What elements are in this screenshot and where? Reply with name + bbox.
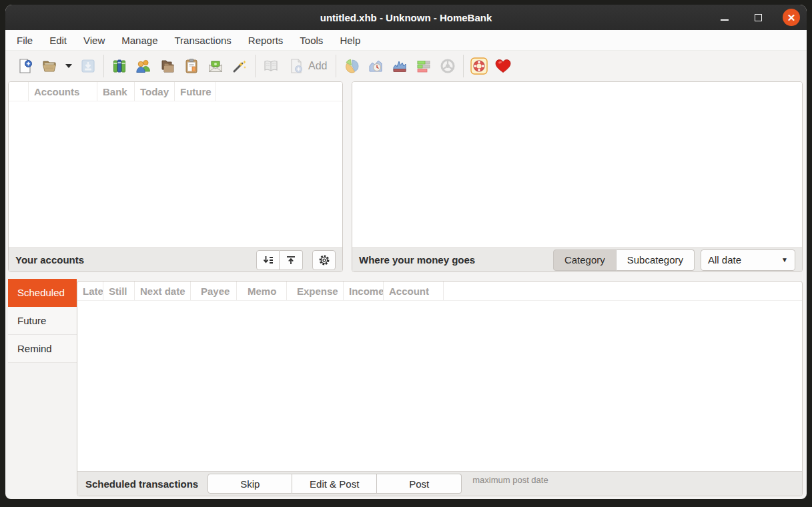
sched-col-income[interactable]: Income	[344, 282, 384, 300]
collapse-all-button[interactable]	[280, 250, 303, 270]
scheduled-table-panel: Late Still Next date Payee Memo Expense …	[77, 281, 803, 496]
scheduled-transactions-list[interactable]	[77, 301, 802, 471]
menubar: File Edit View Manage Transactions Repor…	[5, 30, 807, 51]
manage-categories-button[interactable]	[155, 53, 179, 79]
accounts-list[interactable]: Accounts Bank Today Future	[9, 82, 342, 247]
accounts-columns-header: Accounts Bank Today Future	[9, 82, 342, 101]
manage-accounts-button[interactable]	[107, 53, 131, 79]
close-button[interactable]: ✕	[783, 9, 800, 26]
accounts-col-future[interactable]: Future	[175, 82, 216, 101]
toolbar-separator	[463, 55, 464, 77]
minimize-button[interactable]	[716, 9, 733, 26]
toolbar: Add	[5, 51, 807, 81]
sched-col-still[interactable]: Still	[103, 282, 135, 300]
accounts-col-bank[interactable]: Bank	[97, 82, 135, 101]
edit-post-button[interactable]: Edit & Post	[292, 474, 377, 494]
scheduled-footer: Scheduled transactions Skip Edit & Post …	[77, 471, 802, 496]
statistics-report-button[interactable]	[340, 53, 364, 79]
toolbar-separator	[255, 55, 256, 77]
accounts-footer: Your accounts	[9, 247, 342, 272]
scheduled-section: Scheduled Future Remind Late Still Next …	[5, 275, 807, 499]
maximize-button[interactable]	[749, 9, 767, 26]
sched-col-late[interactable]: Late	[77, 282, 103, 300]
support-button[interactable]	[467, 53, 491, 79]
minimize-icon	[721, 19, 729, 21]
category-toggle[interactable]: Category	[553, 249, 617, 271]
new-file-button[interactable]	[13, 53, 37, 79]
menu-manage[interactable]: Manage	[115, 30, 163, 50]
accounts-col-accounts[interactable]: Accounts	[29, 82, 97, 101]
trend-time-report-button[interactable]	[364, 53, 388, 79]
max-post-date-note: maximum post date	[472, 472, 548, 485]
tab-remind[interactable]: Remind	[8, 335, 77, 363]
budget-envelope-icon	[208, 58, 224, 74]
sched-col-nextdate[interactable]: Next date	[135, 282, 191, 300]
donate-heart-icon	[494, 58, 512, 74]
vehicle-cost-icon	[440, 58, 456, 74]
manage-payees-button[interactable]	[131, 53, 155, 79]
statistics-pie-icon	[344, 58, 360, 74]
chevron-down-icon: ▼	[781, 256, 788, 264]
sched-col-account[interactable]: Account	[384, 282, 444, 300]
accounts-col-today[interactable]: Today	[135, 82, 175, 101]
expand-all-icon	[263, 256, 274, 265]
sched-col-expense[interactable]: Expense	[287, 282, 344, 300]
post-button[interactable]: Post	[377, 474, 462, 494]
scheduled-clipboard-icon	[183, 58, 199, 74]
menu-reports[interactable]: Reports	[242, 30, 290, 50]
expand-all-button[interactable]	[256, 250, 280, 270]
menu-edit[interactable]: Edit	[43, 30, 73, 50]
menu-file[interactable]: File	[11, 30, 39, 50]
save-icon	[80, 58, 96, 74]
assign-button[interactable]	[228, 53, 252, 79]
payees-icon	[135, 58, 151, 74]
spending-footer-label: Where your money goes	[359, 254, 475, 266]
subcategory-toggle[interactable]: Subcategory	[617, 249, 695, 271]
open-recent-button[interactable]	[61, 53, 76, 79]
accounts-books-icon	[111, 58, 127, 74]
trend-time-icon	[368, 58, 384, 74]
balance-chart-icon	[392, 58, 408, 74]
add-transaction-icon	[288, 58, 304, 74]
show-ledger-button[interactable]	[259, 53, 283, 79]
window-title: untitled.xhb - Unknown - HomeBank	[5, 12, 807, 23]
add-transaction-button[interactable]: Add	[283, 53, 332, 79]
accounts-footer-label: Your accounts	[15, 254, 84, 266]
menu-help[interactable]: Help	[334, 30, 366, 50]
sched-col-memo[interactable]: Memo	[237, 282, 287, 300]
save-button[interactable]	[76, 53, 100, 79]
skip-button[interactable]: Skip	[208, 474, 292, 494]
tab-scheduled[interactable]: Scheduled	[8, 279, 77, 307]
date-filter-dropdown[interactable]: All date ▼	[701, 249, 795, 271]
titlebar[interactable]: untitled.xhb - Unknown - HomeBank ✕	[5, 5, 807, 30]
balance-report-button[interactable]	[388, 53, 412, 79]
sched-col-payee[interactable]: Payee	[191, 282, 237, 300]
open-file-button[interactable]	[37, 53, 61, 79]
add-transaction-label: Add	[308, 60, 327, 72]
upper-panels: Accounts Bank Today Future Your accounts	[5, 81, 807, 275]
toolbar-separator	[103, 55, 104, 77]
toolbar-separator	[336, 55, 336, 77]
accounts-col-expander[interactable]	[9, 82, 29, 101]
manage-budget-button[interactable]	[204, 53, 228, 79]
scheduled-side-tabs: Scheduled Future Remind	[8, 275, 77, 496]
spending-footer: Where your money goes Category Subcatego…	[352, 247, 802, 272]
menu-tools[interactable]: Tools	[294, 30, 329, 50]
donate-button[interactable]	[491, 53, 515, 79]
menu-view[interactable]: View	[77, 30, 111, 50]
budget-report-button[interactable]	[412, 53, 436, 79]
collapse-all-icon	[286, 256, 296, 265]
spending-toggle-group: Category Subcategory	[553, 249, 695, 271]
manage-scheduled-button[interactable]	[179, 53, 204, 79]
scheduled-columns-header: Late Still Next date Payee Memo Expense …	[77, 282, 802, 301]
tab-future[interactable]: Future	[8, 307, 77, 335]
homebank-window: untitled.xhb - Unknown - HomeBank ✕ File…	[5, 5, 807, 499]
spending-chart-area	[352, 82, 802, 247]
vehicle-cost-button[interactable]	[436, 53, 460, 79]
preferences-gear-icon	[318, 254, 330, 266]
scheduled-actions: Skip Edit & Post Post	[208, 474, 462, 494]
menu-transactions[interactable]: Transactions	[169, 30, 238, 50]
accounts-preferences-button[interactable]	[312, 250, 336, 270]
accounts-expand-group	[256, 250, 303, 270]
assign-wand-icon	[232, 58, 248, 74]
